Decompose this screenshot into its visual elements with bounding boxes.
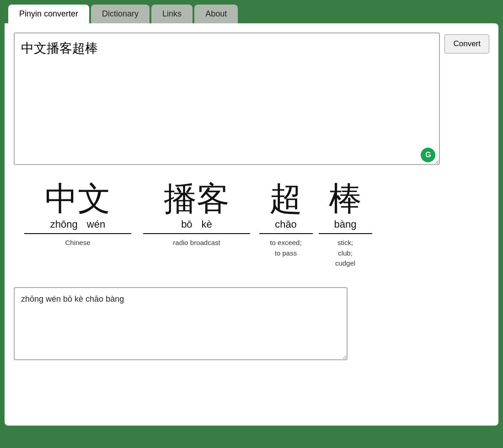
chinese-input[interactable]: 中文播客超棒 [14, 32, 440, 165]
char-group-bang: 棒 bàng stick;club;cudgel [316, 181, 375, 273]
hanzi-ke: 客 [197, 181, 230, 217]
hanzi-bo: 播 [164, 181, 197, 217]
pinyin-wen: wén [87, 219, 105, 230]
pinyin-row-bang: bàng [334, 217, 357, 230]
hanzi-row-chao: 超 [269, 181, 302, 217]
output-section: zhōng wén bō kè chāo bàng [14, 287, 489, 362]
meaning-boke: radio broadcast [173, 238, 220, 248]
hanzi-zhong: 中 [45, 181, 78, 217]
hanzi-wen: 文 [78, 181, 111, 217]
hanzi-row-boke: 播 客 [164, 181, 230, 217]
hanzi-chao: 超 [269, 181, 302, 217]
hanzi-row-bang: 棒 [329, 181, 362, 217]
pinyin-zhong: zhōng [50, 219, 78, 230]
separator-zhongwen [24, 233, 131, 234]
meaning-chao: to exceed;to pass [270, 238, 301, 258]
tab-links[interactable]: Links [151, 5, 193, 23]
separator-chao [259, 233, 313, 234]
tab-about[interactable]: About [194, 5, 238, 23]
pinyin-output[interactable]: zhōng wén bō kè chāo bàng [14, 287, 348, 360]
main-panel: 中文播客超棒 G Convert 中 文 zhōng wén [5, 23, 498, 426]
char-groups: 中 文 zhōng wén Chinese 播 客 [18, 181, 485, 273]
pinyin-chao: chāo [275, 219, 297, 230]
pinyin-row-zhongwen: zhōng wén [50, 217, 105, 230]
tabs-bar: Pinyin converter Dictionary Links About [5, 5, 498, 23]
input-row: 中文播客超棒 G Convert [14, 32, 489, 167]
characters-section: 中 文 zhōng wén Chinese 播 客 [14, 181, 489, 273]
separator-bang [319, 233, 372, 234]
char-group-zhongwen: 中 文 zhōng wén Chinese [18, 181, 137, 253]
pinyin-row-boke: bō kè [181, 217, 212, 230]
pinyin-bang: bàng [334, 219, 357, 230]
meaning-bang: stick;club;cudgel [335, 238, 355, 269]
hanzi-bang: 棒 [329, 181, 362, 217]
tab-pinyin-converter[interactable]: Pinyin converter [8, 5, 89, 23]
input-textarea-wrapper: 中文播客超棒 G [14, 32, 440, 167]
pinyin-row-chao: chāo [275, 217, 297, 230]
pinyin-ke: kè [202, 219, 212, 230]
char-group-boke: 播 客 bō kè radio broadcast [137, 181, 256, 253]
hanzi-row-zhongwen: 中 文 [45, 181, 111, 217]
char-group-chao: 超 chāo to exceed;to pass [256, 181, 316, 263]
tab-dictionary[interactable]: Dictionary [91, 5, 150, 23]
separator-boke [143, 233, 250, 234]
convert-button[interactable]: Convert [444, 34, 489, 53]
pinyin-bo: bō [181, 219, 192, 230]
meaning-zhongwen: Chinese [65, 238, 90, 248]
app-container: Pinyin converter Dictionary Links About … [0, 0, 503, 448]
